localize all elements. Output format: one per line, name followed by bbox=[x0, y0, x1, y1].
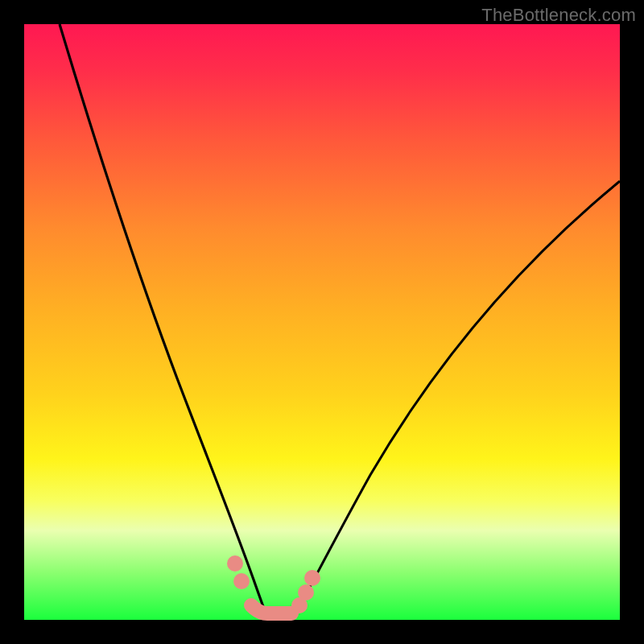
plot-area bbox=[24, 24, 620, 620]
marker-dot bbox=[298, 584, 314, 601]
chart-frame: TheBottleneck.com bbox=[0, 0, 644, 644]
valley-connector bbox=[251, 605, 291, 613]
watermark-text: TheBottleneck.com bbox=[481, 5, 636, 26]
marker-dot bbox=[233, 573, 250, 589]
marker-dot bbox=[304, 570, 320, 586]
marker-dot bbox=[227, 555, 243, 572]
right-curve bbox=[293, 181, 620, 618]
chart-svg bbox=[24, 24, 620, 620]
left-curve bbox=[60, 24, 267, 618]
